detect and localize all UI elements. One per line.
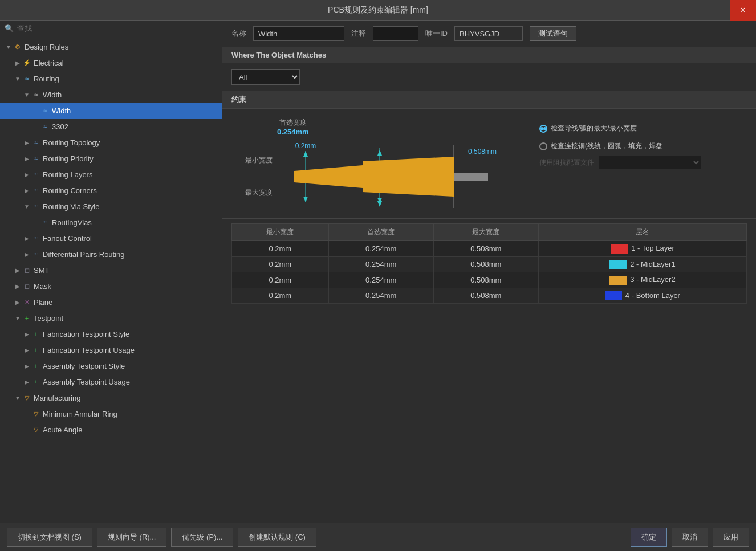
tree-label-routing-vias: RoutingVias <box>52 218 92 227</box>
comment-label: 注释 <box>351 28 366 39</box>
priority-button[interactable]: 优先级 (P)... <box>171 528 233 547</box>
tree-item-width-item[interactable]: ≈Width <box>0 103 222 119</box>
radio-option-1[interactable]: 检查导线/弧的最大/最小宽度 <box>539 124 747 133</box>
layer-name-text: 4 - Bottom Layer <box>625 291 680 300</box>
radio-2-circle[interactable] <box>539 142 547 150</box>
tree-icon-routing-sub: ≈ <box>31 138 41 147</box>
where-matches-header: Where The Object Matches <box>222 47 756 63</box>
expand-arrow[interactable]: ▶ <box>23 140 31 146</box>
tree-item-mask[interactable]: ▶◻Mask <box>0 278 222 294</box>
expand-arrow[interactable]: ▼ <box>14 395 22 401</box>
tree-item-electrical[interactable]: ▶⚡Electrical <box>0 55 222 71</box>
comment-input[interactable] <box>373 26 418 41</box>
search-bar: 🔍 <box>0 21 222 36</box>
radio-1-circle[interactable] <box>539 125 547 133</box>
tree-label-width-item: Width <box>52 107 71 115</box>
where-matches-section: Where The Object Matches All Net Net Cla… <box>222 47 756 91</box>
svg-marker-10 <box>363 157 454 197</box>
close-button[interactable]: × <box>730 0 756 21</box>
expand-arrow[interactable]: ▶ <box>14 283 22 289</box>
tree-item-routing-topology[interactable]: ▶≈Routing Topology <box>0 134 222 150</box>
table-row[interactable]: 0.2mm0.254mm0.508mm3 - MidLayer2 <box>232 272 747 288</box>
svg-marker-9 <box>294 165 363 188</box>
expand-arrow[interactable]: ▶ <box>23 331 31 337</box>
ok-button[interactable]: 确定 <box>631 528 667 547</box>
tree-label-routing-layers: Routing Layers <box>43 170 92 179</box>
expand-arrow[interactable]: ▶ <box>23 187 31 194</box>
cancel-button[interactable]: 取消 <box>672 528 708 547</box>
bottom-bar: 切换到文档视图 (S) 规则向导 (R)... 优先级 (P)... 创建默认规… <box>0 523 756 551</box>
expand-arrow[interactable]: ▶ <box>23 235 31 242</box>
tree-item-routing-vias[interactable]: ≈RoutingVias <box>0 214 222 230</box>
max-width-label: 最大宽度 <box>231 188 273 198</box>
tree-item-fab-testpoint-style[interactable]: ▶+Fabrication Testpoint Style <box>0 326 222 342</box>
radio-option-2[interactable]: 检查连接铜(线轨，圆弧，填充，焊盘 <box>539 141 747 151</box>
impedance-label: 使用阻抗配置文件 <box>539 158 594 168</box>
tree-icon-fab: + <box>31 329 41 338</box>
radio-1-label: 检查导线/弧的最大/最小宽度 <box>551 124 637 133</box>
tree-item-routing-via-style[interactable]: ▼≈Routing Via Style <box>0 198 222 214</box>
tree-item-3302-item[interactable]: ≈3302 <box>0 119 222 134</box>
match-dropdown[interactable]: All Net Net Class Layer <box>231 69 300 85</box>
tree-item-fanout-control[interactable]: ▶≈Fanout Control <box>0 230 222 246</box>
tree-item-fab-testpoint-usage[interactable]: ▶+Fabrication Testpoint Usage <box>0 342 222 358</box>
tree-item-smt[interactable]: ▶◻SMT <box>0 262 222 278</box>
tree-label-routing: Routing <box>34 75 59 83</box>
tree-item-routing-corners[interactable]: ▶≈Routing Corners <box>0 182 222 198</box>
expand-arrow[interactable]: ▼ <box>14 315 22 321</box>
name-input[interactable] <box>253 26 344 41</box>
cell-max-width: 0.508mm <box>433 256 538 272</box>
expand-arrow[interactable]: ▼ <box>5 44 13 50</box>
expand-arrow[interactable]: ▶ <box>14 267 22 274</box>
expand-arrow[interactable]: ▶ <box>23 172 31 178</box>
table-row[interactable]: 0.2mm0.254mm0.508mm1 - Top Layer <box>232 241 747 257</box>
expand-arrow[interactable]: ▼ <box>23 92 31 98</box>
expand-arrow[interactable]: ▶ <box>23 347 31 353</box>
expand-arrow[interactable]: ▶ <box>23 379 31 385</box>
cell-min-width: 0.2mm <box>232 256 329 272</box>
tree-item-routing-layers[interactable]: ▶≈Routing Layers <box>0 166 222 182</box>
search-input[interactable] <box>17 24 217 32</box>
test-button[interactable]: 测试语句 <box>530 26 576 41</box>
col-layer-name: 层名 <box>538 224 746 241</box>
tree-item-manufacturing[interactable]: ▼▽Manufacturing <box>0 390 222 406</box>
tree-item-acute-angle[interactable]: ▽Acute Angle <box>0 422 222 438</box>
impedance-select[interactable] <box>599 156 701 169</box>
tree-icon-fab: + <box>31 345 41 354</box>
tree-item-testpoint[interactable]: ▼+Testpoint <box>0 310 222 326</box>
expand-arrow[interactable]: ▶ <box>14 299 22 305</box>
tree-item-design-rules[interactable]: ▼⚙Design Rules <box>0 39 222 55</box>
tree-icon-mask: ◻ <box>22 281 32 291</box>
tree-item-diff-pairs[interactable]: ▶≈Differential Pairs Routing <box>0 246 222 262</box>
tree-item-asm-testpoint-usage[interactable]: ▶+Assembly Testpoint Usage <box>0 374 222 390</box>
expand-arrow[interactable]: ▶ <box>23 363 31 369</box>
expand-arrow[interactable]: ▼ <box>14 76 22 82</box>
tree-item-width-group[interactable]: ▼≈Width <box>0 87 222 103</box>
search-icon: 🔍 <box>5 24 14 32</box>
table-header-row: 最小宽度 首选宽度 最大宽度 层名 <box>232 224 747 241</box>
create-default-button[interactable]: 创建默认规则 (C) <box>238 528 316 547</box>
rule-header: 名称 注释 唯一ID 测试语句 <box>222 21 756 47</box>
apply-button[interactable]: 应用 <box>713 528 749 547</box>
rule-wizard-button[interactable]: 规则向导 (R)... <box>97 528 167 547</box>
tree-icon-width-active: ≈ <box>40 106 50 115</box>
tree-label-fab-testpoint-style: Fabrication Testpoint Style <box>43 330 129 338</box>
tree-label-routing-corners: Routing Corners <box>43 186 97 195</box>
table-row[interactable]: 0.2mm0.254mm0.508mm2 - MidLayer1 <box>232 256 747 272</box>
tree-item-asm-testpoint-style[interactable]: ▶+Assembly Testpoint Style <box>0 358 222 374</box>
table-row[interactable]: 0.2mm0.254mm0.508mm4 - Bottom Layer <box>232 288 747 304</box>
constraint-header: 约束 <box>222 91 756 109</box>
expand-arrow[interactable]: ▶ <box>23 251 31 258</box>
tree-item-routing[interactable]: ▼≈Routing <box>0 71 222 87</box>
expand-arrow[interactable]: ▶ <box>14 60 22 66</box>
tree-item-min-annular[interactable]: ▽Minimum Annular Ring <box>0 406 222 422</box>
tree-item-plane[interactable]: ▶✕Plane <box>0 294 222 310</box>
tree-label-mask: Mask <box>34 282 51 291</box>
expand-arrow[interactable]: ▼ <box>23 203 31 210</box>
cell-pref-width: 0.254mm <box>328 256 433 272</box>
uid-input[interactable] <box>454 26 523 41</box>
cell-max-width: 0.508mm <box>433 272 538 288</box>
tree-item-routing-priority[interactable]: ▶≈Routing Priority <box>0 150 222 166</box>
expand-arrow[interactable]: ▶ <box>23 156 31 162</box>
doc-view-button[interactable]: 切换到文档视图 (S) <box>7 528 92 547</box>
